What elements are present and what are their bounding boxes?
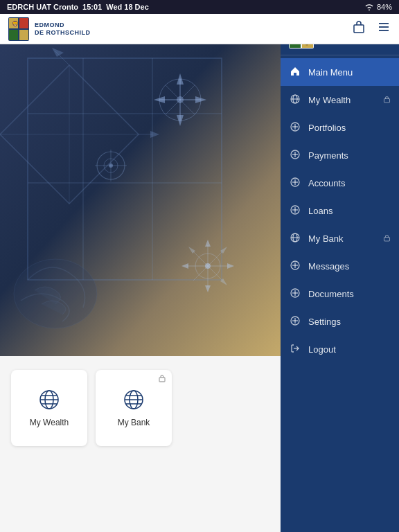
accounts-icon (289, 177, 301, 189)
main-content: My Wealth My Bank (0, 44, 281, 532)
bag-icon[interactable] (352, 20, 366, 37)
payments-label: Payments (308, 150, 391, 161)
messages-icon (289, 260, 301, 272)
portfolios-label: Portfolios (308, 123, 391, 133)
hero-pattern (0, 44, 281, 356)
sidebar: 🦅 ⚜ Edmond De Rothschild Main Menu (281, 14, 399, 532)
main-menu-label: Main Menu (308, 67, 391, 78)
my-bank-lock-icon (383, 234, 391, 243)
logout-label: Logout (308, 344, 391, 355)
card-lock-icon (158, 374, 166, 384)
svg-text:🦁: 🦁 (12, 20, 19, 27)
sidebar-item-main-menu[interactable]: Main Menu (281, 58, 399, 86)
documents-label: Documents (308, 289, 391, 299)
my-wealth-globe-icon (289, 94, 301, 106)
my-bank-label: My Bank (118, 418, 150, 427)
cards-area: My Wealth My Bank (0, 356, 281, 532)
svg-rect-58 (159, 378, 165, 382)
settings-icon (289, 316, 301, 328)
my-bank-card[interactable]: My Bank (96, 370, 172, 446)
status-info: EDRCH UAT Cronto 15:01 Wed 18 Dec (7, 3, 149, 11)
svg-rect-3 (9, 30, 18, 40)
svg-rect-6 (354, 25, 364, 33)
brand-logo: 🦁 Edmond De Rothschild (8, 17, 91, 41)
sidebar-item-messages[interactable]: Messages (281, 252, 399, 280)
logo-line1: Edmond (35, 21, 91, 29)
messages-label: Messages (308, 261, 391, 272)
settings-label: Settings (308, 317, 391, 327)
crest-icon: 🦁 (8, 17, 29, 41)
svg-rect-93 (384, 237, 390, 241)
status-date: Wed 18 Dec (106, 3, 149, 11)
sidebar-item-portfolios[interactable]: Portfolios (281, 114, 399, 141)
loans-icon (289, 205, 301, 217)
battery-level: 84% (377, 3, 392, 11)
my-wealth-card[interactable]: My Wealth (11, 370, 87, 446)
sidebar-item-payments[interactable]: Payments (281, 141, 399, 169)
logout-icon (289, 344, 301, 355)
sidebar-item-settings[interactable]: Settings (281, 308, 399, 335)
svg-rect-77 (384, 98, 390, 103)
sidebar-item-my-wealth[interactable]: My Wealth (281, 86, 399, 114)
home-icon (289, 66, 301, 78)
sidebar-item-accounts[interactable]: Accounts (281, 169, 399, 197)
menu-icon[interactable] (377, 20, 391, 37)
documents-icon (289, 288, 301, 300)
status-time: 15:01 (82, 3, 102, 11)
sidebar-item-logout[interactable]: Logout (281, 335, 399, 363)
sidebar-item-loans[interactable]: Loans (281, 197, 399, 224)
top-bar-actions (352, 20, 391, 37)
accounts-label: Accounts (308, 178, 391, 188)
svg-rect-2 (19, 18, 28, 28)
my-wealth-label: My Wealth (30, 418, 69, 427)
app-name: EDRCH UAT Cronto (7, 3, 78, 11)
sidebar-item-my-bank[interactable]: My Bank (281, 224, 399, 252)
globe-icon (38, 389, 60, 411)
my-wealth-sidebar-label: My Wealth (308, 95, 376, 105)
svg-rect-4 (19, 30, 28, 40)
logo-text: Edmond De Rothschild (35, 21, 91, 37)
logo-line2: De Rothschild (35, 29, 91, 37)
my-wealth-lock-icon (383, 96, 391, 105)
loans-label: Loans (308, 206, 391, 216)
sidebar-item-documents[interactable]: Documents (281, 280, 399, 308)
sidebar-menu: Main Menu My Wealth (281, 55, 399, 532)
top-bar: 🦁 Edmond De Rothschild (0, 14, 399, 44)
status-indicators: 84% (364, 3, 392, 11)
wifi-icon (364, 3, 374, 10)
globe-icon-2 (123, 389, 145, 411)
portfolios-icon (289, 122, 301, 134)
my-bank-sidebar-label: My Bank (308, 233, 376, 244)
svg-point-52 (205, 263, 211, 269)
status-bar: EDRCH UAT Cronto 15:01 Wed 18 Dec 84% (0, 0, 399, 14)
payments-icon (289, 150, 301, 161)
my-bank-globe-icon (289, 233, 301, 245)
hero-image (0, 44, 281, 356)
